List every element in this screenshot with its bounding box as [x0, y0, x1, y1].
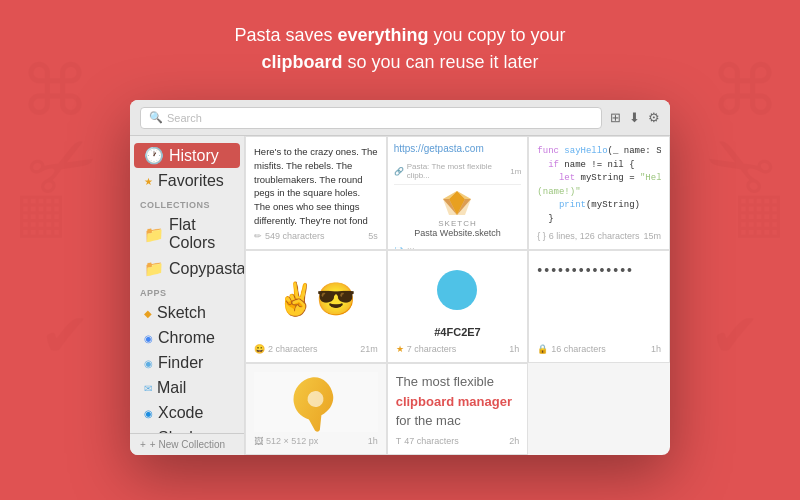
sidebar: 🕐 History ★ Favorites Collections 📁 Flat…	[130, 136, 245, 455]
clip-color-footer: ★ 7 characters 1h	[396, 344, 520, 354]
flexible-line3: for the mac	[396, 413, 461, 428]
clip-card-url[interactable]: https://getpasta.com 🔗 Pasta: The most f…	[387, 136, 529, 250]
emoji-clip-time: 21m	[360, 344, 378, 354]
text-clip-count: 549 characters	[265, 231, 325, 241]
flexible-line2-bold: clipboard manager	[396, 394, 512, 409]
clip-card-emoji[interactable]: ✌️😎 😀 2 characters 21m	[245, 250, 387, 364]
search-placeholder: Search	[167, 112, 202, 124]
emoji-clip-count: 2 characters	[268, 344, 318, 354]
color-clip-time: 1h	[509, 344, 519, 354]
clip-dots-content: ••••••••••••••	[537, 259, 661, 341]
main-content: 🕐 History ★ Favorites Collections 📁 Flat…	[130, 136, 670, 455]
sketch-filename: Pasta Website.sketch	[394, 228, 522, 238]
color-fav-icon: ★	[396, 344, 404, 354]
clip-code-content: func sayHello(_ name: String?) { if name…	[537, 145, 661, 227]
header-line1: Pasta saves everything you copy to your	[0, 22, 800, 49]
clip-image-content	[254, 372, 378, 432]
settings-icon[interactable]: ⚙	[648, 110, 660, 125]
clip-card-dots[interactable]: •••••••••••••• 🔒 16 characters 1h	[528, 250, 670, 364]
new-collection-button[interactable]: + + New Collection	[130, 433, 244, 455]
sidebar-scroll: 🕐 History ★ Favorites Collections 📁 Flat…	[130, 136, 244, 433]
clip-flexible-footer: T 47 characters 2h	[396, 436, 520, 446]
color-hex-value: #4FC2E7	[396, 326, 520, 338]
clip-emoji-footer: 😀 2 characters 21m	[254, 344, 378, 354]
clip-card-text[interactable]: Here's to the crazy ones. The misfits. T…	[245, 136, 387, 250]
dots-clip-count: 16 characters	[551, 344, 606, 354]
app-window: 🔍 Search ⊞ ⬇ ⚙ 🕐 History ★ Favorites Col…	[130, 100, 670, 455]
flexible-clip-icon: T	[396, 436, 402, 446]
dots-clip-icon: 🔒	[537, 344, 548, 354]
color-swatch	[437, 270, 477, 310]
url-clip-count: Pasta: The most flexible clipb...	[407, 162, 511, 180]
sketch-path: …ents/Projects/Pasta/Design/	[407, 242, 511, 250]
text-clip-icon: ✏	[254, 231, 262, 241]
toolbar: 🔍 Search ⊞ ⬇ ⚙	[130, 100, 670, 136]
clip-url-content: https://getpasta.com	[394, 143, 522, 158]
header-line2: clipboard so you can reuse it later	[0, 49, 800, 76]
clip-sketch-footer: 📄 …ents/Projects/Pasta/Design/ 1m	[394, 242, 522, 250]
favorites-icon: ★	[144, 176, 153, 187]
clip-card-code[interactable]: func sayHello(_ name: String?) { if name…	[528, 136, 670, 250]
url-clip-time: 1m	[510, 167, 521, 176]
sketch-label: SKETCH	[438, 219, 476, 228]
sidebar-item-finder[interactable]: ◉ Finder	[134, 351, 240, 375]
mail-app-icon: ✉	[144, 383, 152, 394]
grid-icon[interactable]: ⊞	[610, 110, 621, 125]
folder-icon: 📁	[144, 225, 164, 244]
image-clip-icon: 🖼	[254, 436, 263, 446]
collections-title: Collections	[130, 194, 244, 212]
sidebar-item-sketch[interactable]: ◆ Sketch	[134, 301, 240, 325]
sketch-app-icon: ◆	[144, 308, 152, 319]
clip-card-color[interactable]: #4FC2E7 ★ 7 characters 1h	[387, 250, 529, 364]
clip-emoji-content: ✌️😎	[254, 259, 378, 341]
flexible-clip-time: 2h	[509, 436, 519, 446]
plus-icon: +	[140, 439, 146, 450]
clip-dots-footer: 🔒 16 characters 1h	[537, 344, 661, 354]
search-icon: 🔍	[149, 111, 163, 124]
sidebar-item-chrome[interactable]: ◉ Chrome	[134, 326, 240, 350]
emoji-clip-icon: 😀	[254, 344, 265, 354]
clips-area: Here's to the crazy ones. The misfits. T…	[245, 136, 670, 455]
finder-app-icon: ◉	[144, 358, 153, 369]
sidebar-item-mail[interactable]: ✉ Mail	[134, 376, 240, 400]
clip-color-content	[396, 259, 520, 327]
header-section: Pasta saves everything you copy to your …	[0, 0, 800, 92]
sidebar-item-favorites[interactable]: ★ Favorites	[134, 169, 240, 193]
color-clip-count: 7 characters	[407, 344, 457, 354]
bg-qr-right-icon: ▦	[733, 180, 785, 244]
clip-text-content: Here's to the crazy ones. The misfits. T…	[254, 145, 378, 227]
chrome-app-icon: ◉	[144, 333, 153, 344]
text-clip-time: 5s	[368, 231, 378, 241]
clip-card-flexible[interactable]: The most flexible clipboard manager for …	[387, 363, 529, 455]
pasta-logo-svg	[286, 372, 346, 432]
image-clip-count: 512 × 512 px	[266, 436, 318, 446]
bg-check-right-icon: ✔	[710, 300, 760, 370]
url-clip-icon: 🔗	[394, 167, 404, 176]
clip-image-footer: 🖼 512 × 512 px 1h	[254, 436, 378, 446]
download-icon[interactable]: ⬇	[629, 110, 640, 125]
sidebar-item-xcode[interactable]: ◉ Xcode	[134, 401, 240, 425]
sketch-logo-svg	[441, 189, 473, 217]
sidebar-item-flat-colors[interactable]: 📁 Flat Colors	[134, 213, 240, 255]
toolbar-icons: ⊞ ⬇ ⚙	[610, 110, 660, 125]
sidebar-item-history[interactable]: 🕐 History	[134, 143, 240, 168]
apps-title: Apps	[130, 282, 244, 300]
clip-flexible-content: The most flexible clipboard manager for …	[396, 372, 520, 432]
clip-card-image[interactable]: 🖼 512 × 512 px 1h	[245, 363, 387, 455]
folder-icon-2: 📁	[144, 259, 164, 278]
clip-code-footer: { } 6 lines, 126 characters 15m	[537, 231, 661, 241]
clip-text-footer: ✏ 549 characters 5s	[254, 231, 378, 241]
search-bar[interactable]: 🔍 Search	[140, 107, 602, 129]
history-icon: 🕐	[144, 146, 164, 165]
sidebar-item-slack[interactable]: ◉ Slack	[134, 426, 240, 433]
bg-check-left-icon: ✔	[40, 300, 90, 370]
clip-url-footer: 🔗 Pasta: The most flexible clipb... 1m	[394, 162, 522, 180]
xcode-app-icon: ◉	[144, 408, 153, 419]
image-clip-time: 1h	[368, 436, 378, 446]
bg-qr-left-icon: ▦	[15, 180, 67, 244]
sidebar-item-copypasta[interactable]: 📁 Copypasta	[134, 256, 240, 281]
code-clip-icon: { }	[537, 231, 546, 241]
flexible-clip-count: 47 characters	[404, 436, 459, 446]
code-clip-count: 6 lines, 126 characters	[549, 231, 640, 241]
dots-clip-time: 1h	[651, 344, 661, 354]
